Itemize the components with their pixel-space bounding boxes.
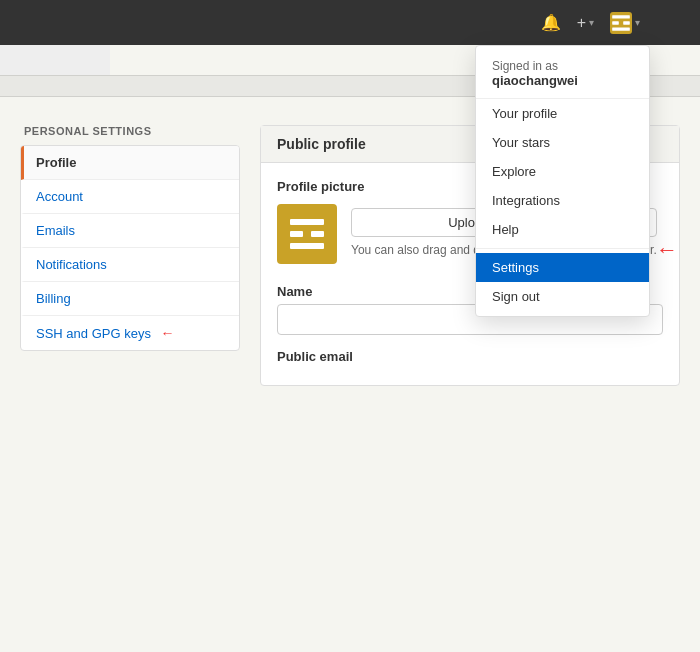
sidebar-item-profile[interactable]: Profile: [21, 146, 239, 180]
avatar: [277, 204, 337, 264]
dropdown-settings[interactable]: Settings: [476, 253, 649, 282]
svg-rect-2: [612, 21, 619, 24]
sidebar-item-account[interactable]: Account: [21, 180, 239, 214]
svg-rect-0: [612, 15, 630, 18]
svg-rect-7: [311, 231, 324, 237]
sidebar-item-billing[interactable]: Billing: [21, 282, 239, 316]
sidebar-item-notifications[interactable]: Notifications: [21, 248, 239, 282]
user-nav-item[interactable]: ▾: [610, 12, 640, 34]
plus-caret: ▾: [589, 17, 594, 28]
dropdown-your-profile[interactable]: Your profile: [476, 99, 649, 128]
user-caret: ▾: [635, 17, 640, 28]
svg-rect-1: [612, 27, 630, 30]
avatar-svg-icon: [287, 214, 327, 254]
dropdown-help[interactable]: Help: [476, 215, 649, 244]
dropdown-username: qiaochangwei: [492, 73, 633, 88]
dropdown-sign-out[interactable]: Sign out: [476, 282, 649, 311]
svg-rect-6: [290, 231, 303, 237]
svg-rect-4: [290, 219, 324, 225]
plus-icon: +: [577, 14, 586, 32]
plus-nav-item[interactable]: + ▾: [577, 14, 594, 32]
bell-icon: 🔔: [541, 13, 561, 32]
svg-rect-5: [290, 243, 324, 249]
bell-nav-item[interactable]: 🔔: [541, 13, 561, 32]
public-email-label: Public email: [277, 349, 663, 364]
svg-rect-3: [623, 21, 630, 24]
top-nav: 🔔 + ▾ ▾: [0, 0, 700, 45]
signed-in-label: Signed in as: [492, 59, 558, 73]
sidebar-nav: Profile Account Emails Notifications Bil…: [20, 145, 240, 351]
sidebar-title: Personal settings: [20, 125, 240, 137]
ssh-arrow: ←: [161, 325, 175, 341]
user-avatar-nav: [610, 12, 632, 34]
user-avatar-icon: [610, 3, 632, 43]
dropdown-explore[interactable]: Explore: [476, 157, 649, 186]
dropdown-header: Signed in as qiaochangwei: [476, 51, 649, 99]
settings-arrow: ←: [656, 237, 678, 263]
sidebar: Personal settings Profile Account Emails…: [20, 125, 240, 386]
dropdown-divider: [476, 248, 649, 249]
sidebar-item-ssh-gpg[interactable]: SSH and GPG keys ←: [21, 316, 239, 350]
sidebar-item-emails[interactable]: Emails: [21, 214, 239, 248]
dropdown-your-stars[interactable]: Your stars: [476, 128, 649, 157]
dropdown-integrations[interactable]: Integrations: [476, 186, 649, 215]
user-dropdown: Signed in as qiaochangwei Your profile Y…: [475, 45, 650, 317]
